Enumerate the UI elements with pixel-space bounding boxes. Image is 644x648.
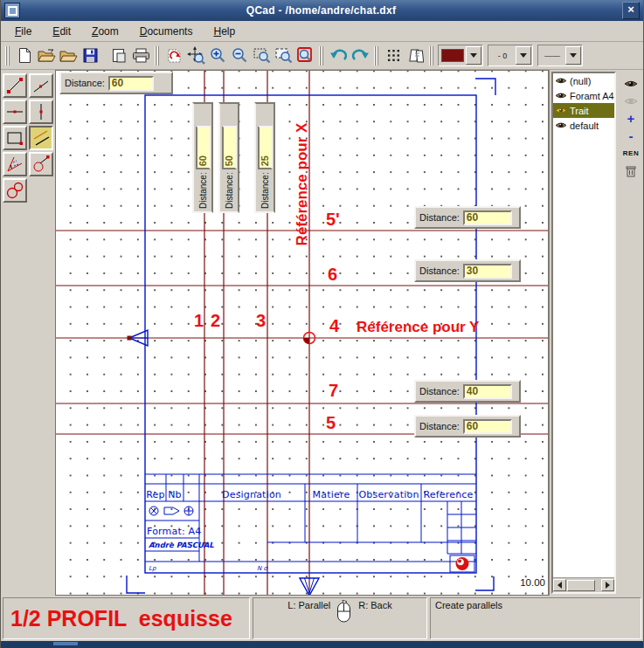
- layer-list-scrollbar[interactable]: [553, 577, 614, 592]
- tb-matiere: Matiere: [313, 489, 350, 500]
- save-button[interactable]: [80, 45, 101, 66]
- layer-item-trait[interactable]: Trait: [553, 103, 614, 118]
- color-combobox[interactable]: [438, 45, 483, 66]
- vertical-distance-box: Distance:: [218, 102, 239, 213]
- scrollbar-thumb[interactable]: [567, 580, 595, 591]
- zoom-in-button[interactable]: [207, 45, 229, 66]
- current-action: Create parallels: [430, 597, 641, 639]
- distance-input[interactable]: [463, 264, 512, 279]
- print-preview-button[interactable]: [108, 45, 130, 66]
- tb-designation: Designation: [222, 489, 281, 500]
- layer-item-format-a4[interactable]: Foramt A4: [553, 88, 614, 103]
- redo-button[interactable]: [350, 45, 371, 66]
- statusbar: 1/2 PROFIL esquisse L: Parallel R: Back …: [1, 596, 643, 641]
- tb-rep: Rep: [146, 489, 165, 500]
- main-toolbar: - 0 ——: [1, 42, 643, 70]
- line-vertical-tool[interactable]: [29, 100, 53, 124]
- distance-input[interactable]: [463, 384, 512, 399]
- color-dropdown-button[interactable]: [466, 46, 481, 65]
- print-preview-icon: [112, 48, 127, 64]
- eye-icon[interactable]: [555, 76, 567, 86]
- menu-edit[interactable]: Edit: [44, 24, 80, 39]
- chevron-down-icon: [520, 53, 527, 58]
- print-button[interactable]: [130, 45, 152, 66]
- zoom-auto-button[interactable]: [185, 45, 207, 66]
- window-title: QCad - /home/andre/chat.dxf: [24, 4, 619, 17]
- new-document-button[interactable]: [14, 45, 36, 66]
- menu-documents[interactable]: Documents: [131, 24, 202, 39]
- parallel-tool[interactable]: [29, 126, 53, 150]
- scroll-right-icon[interactable]: [601, 579, 614, 591]
- line-angle-icon: [31, 76, 51, 95]
- eye-icon: [624, 79, 638, 89]
- two-circles-icon: [5, 181, 24, 200]
- menu-help[interactable]: Help: [204, 24, 244, 39]
- toolbar-handle[interactable]: [429, 46, 435, 65]
- mouse-icon: [336, 600, 353, 624]
- distance-input[interactable]: [222, 126, 237, 169]
- label-reference-x: Référence pour X: [294, 122, 310, 245]
- grid-toggle-button[interactable]: [383, 45, 405, 66]
- bisector-tool[interactable]: [3, 152, 27, 176]
- rectangle-icon: [5, 128, 24, 148]
- line-style-combobox[interactable]: ——: [537, 45, 583, 66]
- menu-zoom[interactable]: Zoom: [83, 24, 128, 39]
- tool-options-bar: Distance:: [59, 72, 173, 94]
- menubar: File Edit Zoom Documents Help: [1, 21, 643, 42]
- zoom-in-icon: [210, 47, 226, 64]
- hide-all-layers-button[interactable]: [621, 93, 641, 108]
- drawing-canvas[interactable]: Rep Nb Designation Matiere Observation R…: [55, 70, 549, 596]
- zoom-out-button[interactable]: [229, 45, 251, 66]
- rectangle-tool[interactable]: [3, 126, 27, 150]
- eye-icon[interactable]: [555, 91, 567, 100]
- toolbar-handle[interactable]: [155, 46, 161, 65]
- line-width-combobox[interactable]: - 0: [488, 45, 533, 66]
- redraw-button[interactable]: [163, 45, 185, 66]
- add-layer-button[interactable]: +: [621, 111, 641, 126]
- scroll-left-icon[interactable]: [553, 579, 566, 591]
- titlebar[interactable]: QCad - /home/andre/chat.dxf ×: [1, 0, 643, 21]
- angle-bisector-icon: [5, 155, 24, 174]
- zoom-pan-button[interactable]: [273, 45, 294, 66]
- eye-icon[interactable]: [555, 121, 567, 130]
- line-horizontal-tool[interactable]: [3, 100, 27, 124]
- tangent-line-tool[interactable]: [29, 152, 53, 176]
- eye-icon[interactable]: [555, 106, 567, 115]
- toolbar-handle[interactable]: [374, 46, 380, 65]
- show-all-layers-button[interactable]: [621, 76, 641, 91]
- draft-mode-button[interactable]: [405, 45, 426, 66]
- eye-closed-icon: [624, 96, 638, 107]
- delete-layer-button[interactable]: [621, 163, 641, 178]
- width-dropdown-button[interactable]: [516, 46, 531, 65]
- line-angle-tool[interactable]: [29, 73, 53, 98]
- qcad-window: QCad - /home/andre/chat.dxf × File Edit …: [0, 0, 644, 648]
- zoom-previous-icon: [297, 47, 315, 64]
- rename-layer-button[interactable]: REN: [621, 146, 641, 161]
- distance-input[interactable]: [463, 210, 512, 225]
- distance-input[interactable]: [108, 76, 154, 91]
- menu-file[interactable]: File: [6, 24, 40, 39]
- close-icon[interactable]: ×: [622, 2, 640, 19]
- style-dropdown-button[interactable]: [565, 46, 581, 65]
- layer-item-null[interactable]: (null): [553, 73, 614, 88]
- grid-icon: [386, 48, 401, 63]
- line-two-points-tool[interactable]: [3, 73, 27, 98]
- zoom-previous-button[interactable]: [294, 45, 316, 66]
- undo-button[interactable]: [328, 45, 350, 66]
- distance-input[interactable]: [258, 126, 273, 169]
- open-file-button[interactable]: [36, 45, 58, 66]
- layer-item-default[interactable]: default: [553, 118, 614, 133]
- tangent-circles-tool[interactable]: [3, 178, 27, 203]
- distance-input[interactable]: [196, 126, 211, 169]
- toolbar-handle[interactable]: [5, 46, 11, 65]
- app-icon: [4, 3, 20, 18]
- vertical-distance-box: Distance:: [254, 102, 275, 213]
- import-file-button[interactable]: [58, 45, 80, 66]
- toolbar-handle[interactable]: [319, 46, 325, 65]
- line-icon: [5, 76, 24, 95]
- remove-layer-button[interactable]: -: [621, 128, 641, 143]
- parallel-lines-icon: [31, 128, 51, 148]
- line-style-value: ——: [541, 48, 564, 63]
- zoom-window-button[interactable]: [251, 45, 273, 66]
- distance-input[interactable]: [463, 419, 512, 434]
